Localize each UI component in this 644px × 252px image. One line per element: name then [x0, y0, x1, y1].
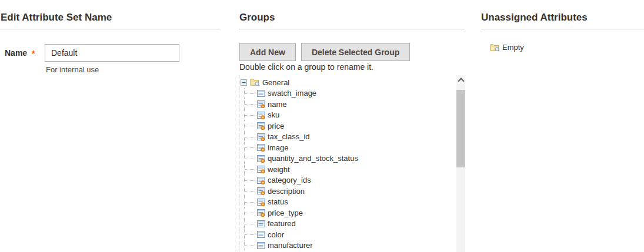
tree-scrollbar[interactable]	[456, 75, 465, 252]
tree-connector	[244, 164, 257, 175]
tree-connector	[244, 229, 257, 240]
system-attribute-badge	[261, 115, 265, 119]
tree-connector	[244, 197, 257, 208]
tree-connector	[244, 99, 257, 110]
unassigned-empty-node: Empty	[490, 43, 524, 52]
system-attribute-badge	[261, 105, 265, 108]
system-attribute-badge	[261, 159, 265, 162]
attribute-tree-item[interactable]: status	[239, 197, 465, 208]
tree-connector	[244, 110, 257, 121]
attribute-tree-item[interactable]: sku	[239, 110, 465, 121]
tree-connector	[244, 175, 257, 186]
attribute-tree-item[interactable]: category_ids	[239, 175, 465, 186]
groups-tree: General swatch_image	[239, 75, 465, 252]
divider-unassigned-panel	[481, 29, 644, 29]
required-asterisk: *	[32, 49, 35, 58]
attribute-tree-item[interactable]: color	[239, 229, 465, 240]
tree-connector	[244, 186, 257, 197]
panel-title-unassigned: Unassigned Attributes	[481, 12, 588, 23]
groups-hint: Double click on a group to rename it.	[239, 62, 373, 72]
attribute-label: manufacturer	[268, 241, 313, 250]
tree-connector	[244, 142, 257, 153]
attribute-tree-item[interactable]: manufacturer	[239, 240, 465, 251]
attribute-tree-item[interactable]: swatch_image	[239, 88, 465, 99]
attribute-icon	[257, 198, 265, 206]
attribute-tree-item[interactable]: tax_class_id	[239, 132, 465, 143]
groups-toolbar: Add New Delete Selected Group	[239, 43, 410, 61]
group-folder-icon	[250, 78, 260, 86]
panel-title-groups: Groups	[239, 12, 275, 23]
system-attribute-badge	[261, 180, 265, 184]
attribute-tree-item[interactable]: quantity_and_stock_status	[239, 153, 465, 164]
attribute-icon	[257, 111, 265, 119]
tree-connector	[244, 219, 257, 230]
attribute-tree-item[interactable]: price_type	[239, 207, 465, 219]
system-attribute-badge	[261, 170, 265, 173]
system-attribute-badge	[261, 148, 265, 152]
divider-groups-panel	[239, 29, 465, 29]
tree-connector	[244, 120, 257, 132]
attribute-icon	[257, 220, 265, 228]
divider-edit-panel	[0, 29, 221, 29]
attribute-label: color	[268, 230, 284, 239]
tree-connector	[244, 207, 257, 219]
delete-selected-group-button[interactable]: Delete Selected Group	[301, 43, 410, 61]
attribute-tree-item[interactable]: featured	[239, 219, 465, 230]
attribute-label: sku	[268, 110, 279, 119]
attribute-icon	[257, 89, 265, 98]
attribute-label: price_type	[268, 209, 303, 217]
chevron-up-icon	[458, 78, 464, 84]
attribute-tree-item[interactable]: price	[239, 120, 465, 132]
attribute-icon	[257, 133, 265, 141]
system-attribute-badge	[261, 126, 265, 130]
empty-folder-icon	[490, 43, 500, 52]
attribute-label: weight	[268, 165, 290, 174]
system-attribute-badge	[261, 137, 265, 140]
attribute-label: featured	[268, 219, 296, 228]
panel-title-edit-attribute-set: Edit Attribute Set Name	[1, 12, 112, 23]
attribute-label: category_ids	[268, 176, 311, 184]
name-field-label: Name	[5, 48, 27, 58]
system-attribute-badge	[261, 202, 265, 206]
attribute-label: swatch_image	[268, 89, 316, 98]
scrollbar-thumb[interactable]	[456, 90, 465, 167]
scrollbar-up-button[interactable]	[456, 75, 465, 85]
attribute-tree-item[interactable]: weight	[239, 164, 465, 175]
attribute-icon	[257, 209, 265, 217]
tree-rows: General swatch_image	[239, 75, 465, 251]
attribute-icon	[257, 100, 265, 108]
collapse-toggle-icon[interactable]	[241, 79, 247, 86]
name-field-note: For internal use	[46, 65, 99, 74]
attribute-icon	[257, 143, 265, 152]
attribute-label: price	[268, 122, 284, 130]
group-name-label: General	[262, 78, 289, 87]
name-input[interactable]	[45, 44, 179, 62]
attribute-label: name	[268, 100, 287, 109]
attribute-label: quantity_and_stock_status	[268, 154, 358, 163]
attribute-tree-item[interactable]: description	[239, 186, 465, 197]
attribute-icon	[257, 230, 265, 238]
attribute-icon	[257, 241, 265, 250]
system-attribute-badge	[261, 213, 265, 217]
system-attribute-badge	[261, 191, 265, 195]
tree-connector	[244, 240, 257, 251]
tree-connector	[244, 132, 257, 143]
tree-root-general[interactable]: General	[239, 77, 465, 88]
attribute-icon	[257, 165, 265, 173]
attribute-label: description	[268, 187, 305, 196]
add-new-group-button[interactable]: Add New	[239, 43, 296, 61]
tree-connector	[244, 153, 257, 164]
attribute-icon	[257, 122, 265, 130]
attribute-icon	[257, 187, 265, 195]
attribute-label: tax_class_id	[268, 132, 310, 141]
empty-label: Empty	[502, 43, 524, 52]
attribute-set-edit-page: Edit Attribute Set Name Name * For inter…	[0, 0, 644, 252]
attribute-label: status	[268, 197, 288, 206]
attribute-icon	[257, 154, 265, 163]
attribute-tree-children: swatch_image name sku	[239, 88, 465, 251]
attribute-tree-item[interactable]: image	[239, 142, 465, 153]
attribute-label: image	[268, 143, 288, 152]
tree-connector	[244, 88, 257, 99]
attribute-tree-item[interactable]: name	[239, 99, 465, 110]
attribute-icon	[257, 176, 265, 184]
